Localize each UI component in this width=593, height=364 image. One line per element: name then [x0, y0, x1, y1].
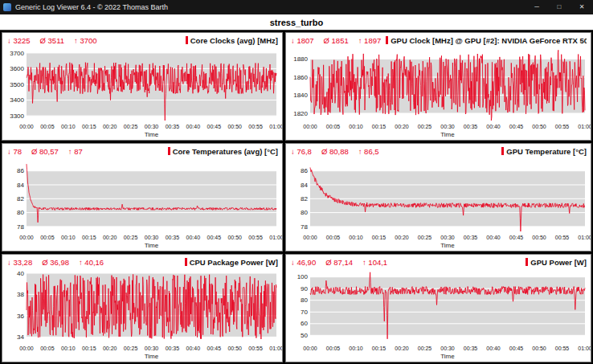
svg-text:50: 50 — [301, 332, 308, 339]
chart-plot-cpu-package-power[interactable]: 3436384000:0000:0500:1000:1500:2000:2500… — [2, 268, 282, 362]
svg-text:78: 78 — [17, 223, 24, 231]
chart-header: ↓ 78Ø 80,57↑ 87Core Temperatures (avg) [… — [2, 144, 282, 157]
stat-max: ↑ 40,16 — [79, 258, 104, 267]
svg-text:00:45: 00:45 — [509, 346, 524, 351]
svg-text:00:55: 00:55 — [555, 346, 570, 351]
stat-avg: Ø 1851 — [324, 36, 349, 45]
svg-text:Time: Time — [145, 242, 159, 249]
svg-text:60: 60 — [301, 320, 308, 327]
svg-text:00:05: 00:05 — [326, 235, 341, 240]
svg-text:82: 82 — [301, 195, 308, 202]
svg-text:00:10: 00:10 — [349, 235, 363, 240]
svg-text:Time: Time — [440, 353, 455, 360]
stat-avg: Ø 36,98 — [42, 258, 69, 267]
svg-text:1840: 1840 — [293, 92, 308, 99]
chart-title-text: GPU Temperature [°C] — [506, 147, 587, 156]
svg-text:00:15: 00:15 — [82, 346, 96, 351]
legend-marker-icon — [526, 258, 528, 266]
svg-text:3500: 3500 — [10, 81, 24, 88]
svg-text:00:10: 00:10 — [61, 235, 76, 240]
chart-title: CPU Package Power [W] — [185, 258, 278, 267]
chart-panel-core-clocks: ↓ 3225Ø 3511↑ 3700Core Clocks (avg) [MHz… — [2, 32, 283, 141]
charts-grid: ↓ 3225Ø 3511↑ 3700Core Clocks (avg) [MHz… — [0, 31, 593, 364]
svg-text:3600: 3600 — [10, 65, 24, 72]
svg-text:00:40: 00:40 — [486, 235, 501, 240]
svg-text:00:20: 00:20 — [103, 124, 117, 129]
svg-text:00:15: 00:15 — [82, 235, 96, 240]
chart-stats: ↓ 46,90Ø 87,14↑ 104,1 — [291, 258, 387, 267]
svg-text:1880: 1880 — [293, 55, 308, 63]
svg-text:00:35: 00:35 — [464, 124, 478, 129]
svg-text:00:45: 00:45 — [207, 346, 222, 351]
stat-min: ↓ 1807 — [291, 36, 314, 45]
svg-text:01:00: 01:00 — [578, 235, 591, 240]
stat-min: ↓ 76,8 — [291, 147, 312, 156]
svg-text:Time: Time — [440, 242, 455, 249]
svg-text:00:30: 00:30 — [145, 346, 159, 351]
stat-avg: Ø 80,88 — [321, 147, 349, 156]
chart-title: GPU Power [W] — [526, 258, 587, 267]
svg-text:00:55: 00:55 — [248, 124, 263, 129]
svg-text:00:00: 00:00 — [303, 346, 317, 351]
stat-min: ↓ 3225 — [7, 36, 31, 45]
chart-title: Core Temperatures (avg) [°C] — [168, 147, 278, 156]
svg-text:00:30: 00:30 — [440, 346, 455, 351]
svg-text:01:00: 01:00 — [269, 124, 282, 129]
svg-text:00:05: 00:05 — [326, 124, 341, 129]
chart-plot-gpu-clock[interactable]: 182018401860188000:0000:0500:1000:1500:2… — [286, 46, 591, 140]
svg-text:00:40: 00:40 — [186, 235, 201, 240]
svg-text:00:30: 00:30 — [440, 235, 455, 240]
chart-panel-gpu-power: ↓ 46,90Ø 87,14↑ 104,1GPU Power [W]506070… — [285, 254, 591, 362]
svg-text:80: 80 — [301, 297, 308, 304]
svg-text:00:55: 00:55 — [248, 235, 263, 240]
stat-avg: Ø 80,57 — [31, 147, 59, 156]
svg-text:01:00: 01:00 — [578, 124, 591, 129]
svg-text:00:15: 00:15 — [372, 235, 386, 240]
svg-text:00:40: 00:40 — [186, 346, 201, 351]
window-title: Generic Log Viewer 6.4 - © 2022 Thomas B… — [15, 3, 526, 11]
chart-plot-gpu-temperature[interactable]: 788082848600:0000:0500:1000:1500:2000:25… — [286, 157, 591, 251]
svg-text:00:15: 00:15 — [82, 124, 96, 129]
chart-plot-core-clocks[interactable]: 3300340035003600370000:0000:0500:1000:15… — [2, 46, 282, 140]
svg-text:00:10: 00:10 — [61, 346, 76, 351]
svg-text:00:00: 00:00 — [19, 124, 34, 129]
svg-text:00:50: 00:50 — [227, 235, 242, 240]
stat-max: ↑ 86,5 — [358, 147, 379, 156]
stat-min: ↓ 33,28 — [7, 258, 32, 267]
stat-min: ↓ 78 — [7, 147, 22, 156]
stat-max: ↑ 3700 — [74, 36, 97, 45]
svg-text:00:50: 00:50 — [532, 346, 546, 351]
svg-text:00:30: 00:30 — [145, 124, 159, 129]
svg-text:00:45: 00:45 — [509, 124, 524, 129]
svg-text:3400: 3400 — [10, 96, 24, 104]
svg-text:00:00: 00:00 — [303, 235, 317, 240]
svg-text:1820: 1820 — [293, 110, 308, 117]
svg-text:34: 34 — [17, 333, 24, 341]
svg-text:3300: 3300 — [10, 112, 24, 120]
svg-text:00:35: 00:35 — [166, 124, 180, 129]
svg-text:Time: Time — [145, 353, 159, 360]
svg-text:00:10: 00:10 — [61, 124, 76, 129]
maximize-button[interactable]: □ — [548, 0, 571, 14]
chart-title-text: GPU Power [W] — [530, 258, 587, 267]
svg-text:01:00: 01:00 — [269, 346, 282, 351]
svg-text:00:55: 00:55 — [555, 235, 570, 240]
svg-text:Time: Time — [440, 131, 455, 138]
close-button[interactable]: ✕ — [571, 0, 593, 14]
chart-stats: ↓ 78Ø 80,57↑ 87 — [7, 147, 83, 156]
svg-text:00:25: 00:25 — [124, 346, 138, 351]
chart-plot-core-temperatures[interactable]: 788082848600:0000:0500:1000:1500:2000:25… — [2, 157, 282, 251]
chart-header: ↓ 1807Ø 1851↑ 1897GPU Clock [MHz] @ GPU … — [286, 33, 591, 46]
chart-plot-gpu-power[interactable]: 506070809010000:0000:0500:1000:1500:2000… — [286, 268, 591, 362]
svg-text:00:05: 00:05 — [40, 346, 55, 351]
chart-stats: ↓ 3225Ø 3511↑ 3700 — [7, 36, 97, 45]
chart-title: GPU Temperature [°C] — [501, 147, 587, 156]
minimize-button[interactable]: ─ — [526, 0, 548, 14]
svg-text:40: 40 — [17, 270, 24, 277]
svg-text:00:25: 00:25 — [418, 235, 432, 240]
svg-text:00:25: 00:25 — [418, 346, 432, 351]
svg-text:00:50: 00:50 — [532, 235, 546, 240]
svg-text:00:05: 00:05 — [326, 346, 341, 351]
svg-text:00:20: 00:20 — [395, 124, 409, 129]
svg-text:00:25: 00:25 — [418, 124, 432, 129]
